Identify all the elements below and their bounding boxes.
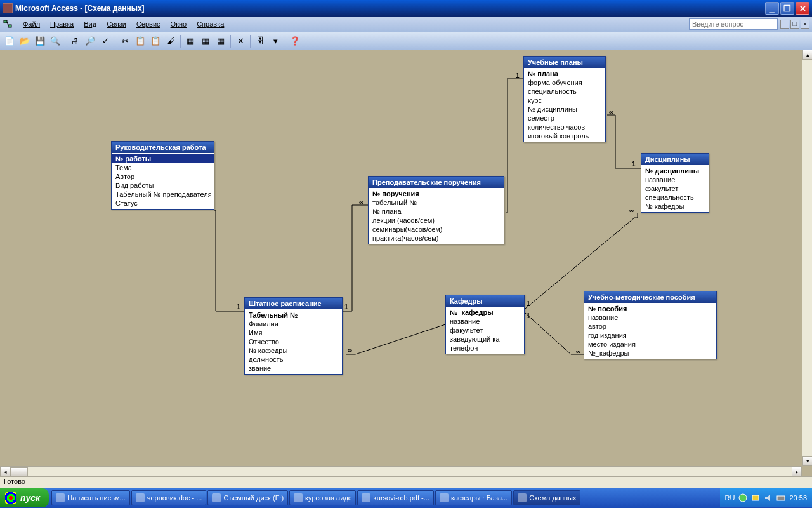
doc-restore-button[interactable]: ❐ [790,20,799,29]
open-icon[interactable]: 📂 [18,34,32,48]
table-field[interactable]: Табельный № [245,311,342,319]
show-all-icon[interactable]: ▦ [214,34,228,48]
save-icon[interactable]: 💾 [33,34,47,48]
table-field[interactable]: лекции (часов/сем) [369,216,504,225]
table-field[interactable]: практика(часов/сем) [369,234,504,243]
new-icon[interactable]: 📄 [3,34,16,48]
table-title[interactable]: Кафедры [446,295,524,307]
horizontal-scrollbar[interactable]: ◂ ▸ [0,466,802,476]
table-title[interactable]: Руководительская работа [112,142,214,153]
cut-icon[interactable]: ✂ [118,34,132,48]
print-preview-icon[interactable]: 🔎 [83,34,97,48]
menu-window[interactable]: Окно [166,19,192,29]
table-leadership-work[interactable]: Руководительская работа№ работыТемаАвтор… [111,141,214,210]
taskbar-item[interactable]: курсовая аидс [289,490,356,505]
doc-close-button[interactable]: × [801,20,809,29]
taskbar-item[interactable]: кафедры : База... [435,490,512,505]
table-field[interactable]: должность [245,355,342,364]
menu-tools[interactable]: Сервис [131,19,166,29]
show-table-icon[interactable]: ▦ [183,34,197,48]
help-icon[interactable]: ❓ [288,34,302,48]
table-field[interactable]: курс [524,96,605,105]
copy-icon[interactable]: 📋 [133,34,147,48]
table-field[interactable]: год издания [584,331,716,340]
show-direct-icon[interactable]: ▦ [199,34,213,48]
table-title[interactable]: Дисциплины [641,154,709,165]
table-field[interactable]: форма обучения [524,78,605,87]
table-field[interactable]: табельный № [369,198,504,207]
tray-icon[interactable] [751,493,760,502]
table-curricula[interactable]: Учебные планы№ планаформа обученияспециа… [523,56,606,142]
table-field[interactable]: № кафедры [641,202,709,211]
clock[interactable]: 20:53 [789,494,807,502]
lang-indicator[interactable]: RU [725,494,735,502]
table-field[interactable]: № дисциплины [524,105,605,114]
table-field[interactable]: Отчество [245,337,342,346]
paste-icon[interactable]: 📋 [148,34,162,48]
search-icon[interactable]: 🔍 [48,34,62,48]
menu-help[interactable]: Справка [192,19,229,29]
database-window-icon[interactable]: 🗄 [253,34,267,48]
table-field[interactable]: № плана [524,69,605,78]
table-staff-schedule[interactable]: Штатное расписаниеТабельный №ФамилияИмяО… [244,297,343,375]
table-field[interactable]: № плана [369,207,504,216]
scroll-right-icon[interactable]: ▸ [792,467,802,477]
table-field[interactable]: № поручения [369,189,504,198]
delete-icon[interactable]: ✕ [233,34,247,48]
table-field[interactable]: Тема [112,163,214,172]
print-icon[interactable]: 🖨 [68,34,82,48]
help-question-input[interactable] [689,18,778,30]
table-field[interactable]: Вид работы [112,181,214,190]
table-field[interactable]: телефон [446,344,524,352]
system-tray[interactable]: RU 20:53 [720,488,812,507]
table-field[interactable]: место издания [584,340,716,349]
scroll-down-icon[interactable]: ▾ [802,456,812,466]
table-field[interactable]: автор [584,322,716,331]
table-field[interactable]: № кафедры [245,346,342,355]
format-painter-icon[interactable]: 🖌 [164,34,178,48]
table-field[interactable]: заведующий ка [446,335,524,344]
close-button[interactable]: ✕ [796,2,809,15]
table-field[interactable]: итоговый контроль [524,131,605,140]
taskbar-item[interactable]: черновик.doc - ... [131,490,207,505]
spelling-icon[interactable]: ✓ [98,34,112,48]
table-field[interactable]: факультет [641,184,709,193]
table-field[interactable]: название [446,317,524,326]
table-teaching-assignments[interactable]: Преподавательские поручения№ порученията… [368,176,504,244]
table-field[interactable]: специальность [524,87,605,96]
table-field[interactable]: №_кафедры [584,349,716,358]
maximize-button[interactable]: ❐ [780,2,794,15]
menu-relations[interactable]: Связи [102,19,131,29]
relationships-tool-icon[interactable] [3,19,13,29]
taskbar-item[interactable]: Съемный диск (F:) [207,490,288,505]
table-title[interactable]: Учебные планы [524,57,605,68]
table-field[interactable]: Фамилия [245,319,342,328]
table-title[interactable]: Штатное расписание [245,298,342,309]
menu-file[interactable]: Файл [18,19,45,29]
tray-icon[interactable] [738,493,747,502]
table-field[interactable]: специальность [641,193,709,202]
taskbar-item[interactable]: kursovi-rob.pdf -... [357,490,434,505]
table-field[interactable]: количество часов [524,123,605,131]
scroll-left-icon[interactable]: ◂ [0,467,10,477]
table-field[interactable]: Имя [245,328,342,337]
vertical-scrollbar[interactable]: ▴ ▾ [802,50,812,466]
table-field[interactable]: № дисциплины [641,166,709,175]
table-field[interactable]: № пособия [584,304,716,313]
table-title[interactable]: Учебно-методические пособия [584,291,716,303]
table-field[interactable]: факультет [446,326,524,335]
table-field[interactable]: № работы [112,154,214,163]
volume-icon[interactable] [764,493,773,502]
table-disciplines[interactable]: Дисциплины№ дисциплиныназваниефакультетс… [641,153,709,213]
minimize-button[interactable]: _ [765,2,779,15]
tray-icon[interactable] [776,493,785,502]
table-field[interactable]: Табельный № преподавателя [112,190,214,199]
menu-edit[interactable]: Правка [45,19,79,29]
taskbar-item[interactable]: Схема данных [513,490,580,505]
table-field[interactable]: название [584,313,716,322]
table-teaching-aids[interactable]: Учебно-методические пособия№ пособияназв… [584,291,717,359]
relationships-canvas[interactable]: 1 ∞ 1 ∞ 1 ∞ 1 ∞ 1 ∞ 1 ∞ 1 ∞ Руководитель… [0,50,812,476]
doc-minimize-button[interactable]: _ [780,20,789,29]
start-button[interactable]: пуск [0,488,49,507]
scroll-thumb[interactable] [10,467,28,476]
